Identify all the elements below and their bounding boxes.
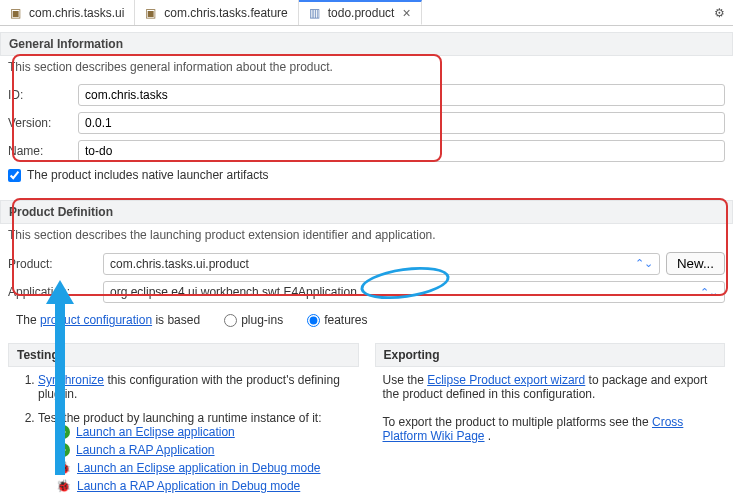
plugin-icon [10,6,24,20]
tab-label: com.chris.tasks.ui [29,6,124,20]
proddef-desc: This section describes the launching pro… [0,224,733,246]
bug-icon [56,479,71,493]
product-select[interactable]: com.chris.tasks.ui.product ⌃⌄ [103,253,660,275]
application-select[interactable]: org.eclipse.e4.ui.workbench.swt.E4Applic… [103,281,725,303]
tab-label: com.chris.tasks.feature [164,6,287,20]
exporting-text: Use the Eclipse Product export wizard to… [383,373,718,401]
run-icon [56,425,70,439]
plugin-icon [145,6,159,20]
tab-product[interactable]: todo.product × [299,0,422,25]
updown-icon: ⌃⌄ [635,257,653,270]
tab-feature[interactable]: com.chris.tasks.feature [135,0,298,25]
new-button[interactable]: New... [666,252,725,275]
product-config-link[interactable]: product configuration [40,313,152,327]
testing-header: Testing [8,343,359,367]
synchronize-link[interactable]: Synchronize [38,373,104,387]
tab-ui[interactable]: com.chris.tasks.ui [0,0,135,25]
name-label: Name: [8,144,78,158]
general-header: General Information [0,32,733,56]
launch-eclipse-link[interactable]: Launch an Eclipse application [76,425,235,439]
version-field[interactable] [78,112,725,134]
application-select-value: org.eclipse.e4.ui.workbench.swt.E4Applic… [110,285,700,299]
id-label: ID: [8,88,78,102]
proddef-header: Product Definition [0,200,733,224]
debug-eclipse-link[interactable]: Launch an Eclipse application in Debug m… [77,461,321,475]
bug-icon [56,461,71,475]
radio-plugins[interactable]: plug-ins [224,313,283,327]
exporting-header: Exporting [375,343,726,367]
export-wizard-link[interactable]: Eclipse Product export wizard [427,373,585,387]
run-icon [56,443,70,457]
debug-rap-link[interactable]: Launch a RAP Application in Debug mode [77,479,300,493]
launch-rap-link[interactable]: Launch a RAP Application [76,443,215,457]
gear-icon[interactable] [706,6,733,20]
based-text: The product configuration is based [16,313,200,327]
version-label: Version: [8,116,78,130]
application-label: Application: [8,285,103,299]
testing-item: Synchronize this configuration with the … [38,373,351,401]
id-field[interactable] [78,84,725,106]
name-field[interactable] [78,140,725,162]
close-icon[interactable]: × [402,6,410,20]
product-select-value: com.chris.tasks.ui.product [110,257,635,271]
testing-item: Test the product by launching a runtime … [38,411,351,493]
exporting-text-2: To export the product to multiple platfo… [383,415,718,443]
product-icon [309,6,323,20]
updown-icon: ⌃⌄ [700,286,718,299]
native-launcher-checkbox[interactable] [8,169,21,182]
editor-tabs: com.chris.tasks.ui com.chris.tasks.featu… [0,0,733,26]
radio-features[interactable]: features [307,313,367,327]
product-label: Product: [8,257,103,271]
native-launcher-label: The product includes native launcher art… [27,168,268,182]
general-desc: This section describes general informati… [0,56,733,78]
tab-label: todo.product [328,6,395,20]
